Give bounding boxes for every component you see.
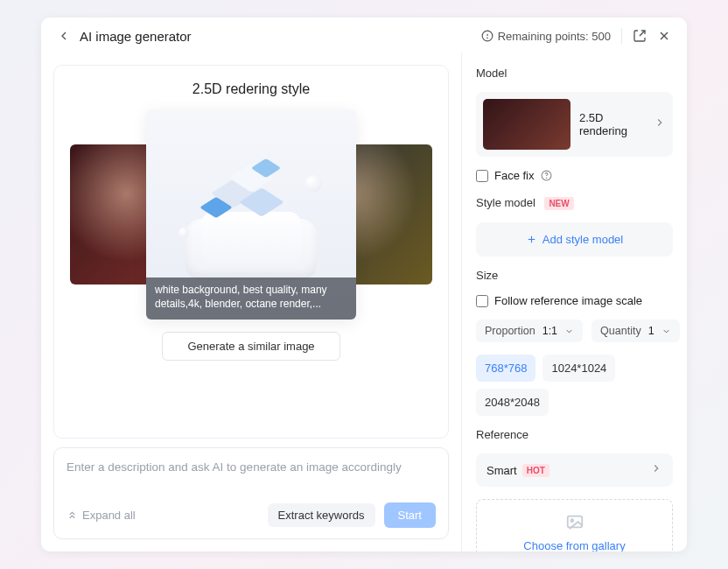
follow-reference-checkbox[interactable] <box>476 295 488 307</box>
size-option[interactable]: 768*768 <box>476 355 536 382</box>
back-icon[interactable] <box>57 29 71 43</box>
proportion-value: 1:1 <box>542 325 557 337</box>
model-thumbnail <box>483 99 570 150</box>
modal-header: AI image generator Remaining points: 500 <box>41 18 687 53</box>
carousel-slide-current[interactable]: white background, best quality, many det… <box>146 109 356 320</box>
prompt-actions: Expand all Extract keywords Start <box>66 502 436 528</box>
svg-point-6 <box>546 178 547 179</box>
size-section-label: Size <box>476 269 673 282</box>
close-icon[interactable] <box>657 29 671 43</box>
face-fix-toggle[interactable]: Face fix <box>476 169 673 182</box>
chevron-down-icon <box>662 327 671 336</box>
remaining-points: Remaining points: 500 <box>481 30 611 43</box>
start-button[interactable]: Start <box>384 502 436 528</box>
style-model-section-label: Style model NEW <box>476 194 673 210</box>
quantity-select[interactable]: Quantity 1 <box>592 320 680 342</box>
svg-rect-9 <box>567 516 582 528</box>
face-fix-checkbox[interactable] <box>476 170 488 182</box>
expand-all-button[interactable]: Expand all <box>66 509 259 522</box>
model-section-label: Model <box>476 67 673 80</box>
extract-keywords-button[interactable]: Extract keywords <box>268 503 375 527</box>
style-title: 2.5D redering style <box>192 81 310 97</box>
model-selector[interactable]: 2.5D rendering <box>476 92 673 157</box>
modal-body: 2.5D redering style <box>41 53 687 551</box>
chevron-right-icon <box>650 462 662 478</box>
reference-section-label: Reference <box>476 428 673 441</box>
points-label: Remaining points: 500 <box>498 30 611 43</box>
size-option[interactable]: 1024*1024 <box>542 355 615 382</box>
divider <box>621 28 622 44</box>
face-fix-label: Face fix <box>494 169 535 182</box>
follow-reference-scale-toggle[interactable]: Follow reference image scale <box>476 294 673 307</box>
style-preview-card: 2.5D redering style <box>53 65 449 439</box>
chevron-right-icon <box>654 116 666 132</box>
reference-mode-select[interactable]: Smart HOT <box>476 453 673 487</box>
choose-gallery-link[interactable]: Choose from gallary <box>523 539 625 551</box>
size-controls: Proportion 1:1 Quantity 1 <box>476 320 673 342</box>
settings-panel: Model 2.5D rendering Face fix Style mode… <box>461 53 687 551</box>
model-name: 2.5D rendering <box>579 111 645 137</box>
hot-badge: HOT <box>522 464 550 477</box>
style-carousel[interactable]: white background, best quality, many det… <box>63 109 439 320</box>
prompt-input[interactable]: Enter a description and ask AI to genera… <box>66 460 436 480</box>
proportion-label: Proportion <box>485 325 536 337</box>
size-presets: 768*768 1024*1024 2048*2048 <box>476 355 673 416</box>
new-badge: NEW <box>544 197 573 210</box>
ai-image-generator-modal: AI image generator Remaining points: 500… <box>41 18 687 551</box>
expand-label: Expand all <box>82 509 136 522</box>
render-preview <box>177 140 326 289</box>
chevron-down-icon <box>564 327 574 336</box>
size-option[interactable]: 2048*2048 <box>476 389 549 416</box>
left-column: 2.5D redering style <box>41 53 461 551</box>
proportion-select[interactable]: Proportion 1:1 <box>476 320 583 342</box>
svg-point-2 <box>486 38 487 39</box>
follow-reference-label: Follow reference image scale <box>494 294 642 307</box>
header-actions: Remaining points: 500 <box>481 28 671 44</box>
add-style-label: Add style model <box>542 233 624 246</box>
help-icon[interactable] <box>541 170 552 181</box>
reference-mode-name: Smart <box>486 464 517 477</box>
generate-similar-button[interactable]: Generate a similar image <box>162 332 340 361</box>
reference-upload-box[interactable]: Choose from gallary or Upload local imag… <box>476 499 673 551</box>
quantity-value: 1 <box>648 325 654 337</box>
quantity-label: Quantity <box>600 325 641 337</box>
prompt-card: Enter a description and ask AI to genera… <box>53 447 449 539</box>
svg-point-10 <box>570 519 573 522</box>
style-caption: white background, best quality, many det… <box>146 277 356 320</box>
image-placeholder-icon <box>565 512 584 534</box>
page-title: AI image generator <box>80 29 472 44</box>
external-open-icon[interactable] <box>633 29 647 43</box>
add-style-model-button[interactable]: Add style model <box>476 222 673 256</box>
